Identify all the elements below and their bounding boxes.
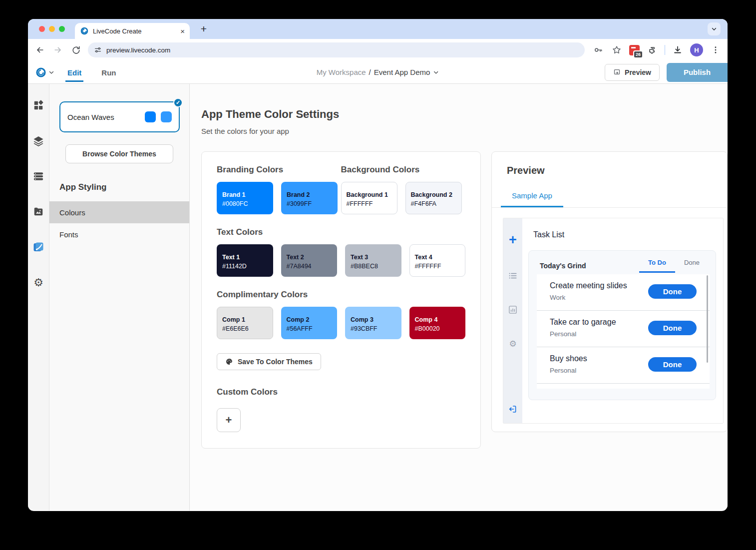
breadcrumb-project[interactable]: Event App Demo — [374, 68, 430, 76]
app-logout-icon[interactable] — [508, 404, 518, 414]
new-tab-button[interactable]: + — [197, 22, 211, 36]
widgets-icon[interactable] — [32, 99, 45, 112]
chevron-down-icon — [48, 69, 54, 75]
color-swatch-text-1[interactable]: Text 1 #11142D — [217, 244, 273, 277]
text-colors-heading: Text Colors — [217, 227, 465, 237]
image-assets-icon[interactable] — [32, 205, 45, 218]
left-icon-rail: ⚙ — [28, 84, 49, 511]
publish-button[interactable]: Publish — [667, 63, 728, 82]
preview-heading: Preview — [507, 165, 727, 176]
task-row: Take car to garage Personal Done — [537, 311, 710, 347]
task-row: Create meeting slides Work Done — [537, 274, 710, 311]
swatch-hex: #3099FF — [287, 200, 332, 207]
livecode-favicon-icon — [80, 26, 89, 35]
custom-colors-heading: Custom Colors — [217, 387, 465, 397]
forward-arrow-icon — [53, 45, 63, 55]
preview-window-icon — [613, 68, 621, 76]
site-settings-icon[interactable] — [94, 46, 102, 54]
tab-run[interactable]: Run — [99, 62, 118, 82]
theme-swatch-1 — [145, 111, 156, 122]
task-done-button[interactable]: Done — [648, 321, 697, 335]
page-title: App Theme Color Settings — [201, 108, 728, 121]
browser-menu-kebab-icon[interactable] — [710, 44, 722, 56]
task-row: Buy shoes Personal Done — [537, 347, 710, 384]
swatch-label: Text 4 — [415, 254, 460, 261]
color-swatch-brand-1[interactable]: Brand 1 #0080FC — [217, 182, 273, 214]
color-swatch-text-2[interactable]: Text 2 #7A8494 — [281, 244, 338, 277]
bookmark-star-icon[interactable] — [611, 44, 623, 56]
browser-tab[interactable]: LiveCode Create × — [75, 23, 190, 39]
swatch-hex: #0080FC — [222, 200, 268, 207]
toolbar-divider — [665, 45, 665, 55]
extensions-puzzle-icon[interactable] — [646, 44, 658, 56]
swatch-label: Comp 2 — [287, 316, 332, 323]
tab-close-icon[interactable]: × — [180, 27, 185, 35]
chevron-down-icon — [433, 69, 439, 75]
data-list-icon[interactable] — [32, 170, 45, 183]
breadcrumb-workspace[interactable]: My Workspace — [317, 68, 366, 76]
app-styling-heading: App Styling — [59, 182, 189, 192]
reload-button[interactable] — [70, 44, 82, 56]
theme-styling-icon-active[interactable] — [32, 241, 45, 254]
back-button[interactable] — [34, 44, 46, 56]
color-swatch-text-3[interactable]: Text 3 #B8BEC8 — [345, 244, 401, 277]
minimize-window-button[interactable] — [49, 26, 55, 32]
panel-item-colours[interactable]: Colours — [49, 201, 189, 223]
color-swatch-text-4[interactable]: Text 4 #FFFFFF — [409, 244, 466, 277]
preview-button[interactable]: Preview — [605, 64, 660, 81]
breadcrumb[interactable]: My Workspace / Event App Demo — [317, 68, 439, 76]
close-window-button[interactable] — [39, 26, 45, 32]
livecode-logo[interactable] — [35, 66, 54, 78]
settings-gear-icon[interactable]: ⚙ — [32, 276, 45, 289]
tab-edit[interactable]: Edit — [65, 62, 83, 82]
theme-card-ocean-waves[interactable]: Ocean Waves ✓ — [59, 101, 180, 132]
task-done-button[interactable]: Done — [648, 284, 697, 299]
swatch-label: Comp 3 — [351, 316, 396, 323]
tab-done[interactable]: Done — [675, 259, 709, 273]
swatch-hex: #56AFFF — [287, 325, 332, 332]
panel-item-fonts[interactable]: Fonts — [49, 223, 189, 245]
color-swatch-background-1[interactable]: Background 1 #FFFFFF — [341, 182, 397, 214]
app-list-icon[interactable] — [508, 271, 518, 281]
maximize-window-button[interactable] — [59, 26, 65, 32]
task-list-scrollbar[interactable] — [707, 275, 708, 363]
address-bar[interactable]: preview.livecode.com — [88, 42, 585, 57]
browser-window: LiveCode Create × + preview.livecode.com — [28, 19, 728, 511]
palette-icon — [225, 358, 233, 366]
color-swatch-brand-2[interactable]: Brand 2 #3099FF — [281, 182, 338, 214]
add-custom-color-button[interactable]: + — [217, 408, 241, 432]
sample-app-sidebar: + ⚙ — [503, 218, 522, 423]
tab-search-chevron-button[interactable] — [708, 22, 721, 35]
color-swatch-comp-2[interactable]: Comp 2 #56AFFF — [281, 307, 338, 339]
extension-icon[interactable]: 26 — [629, 45, 640, 55]
browse-color-themes-button[interactable]: Browse Color Themes — [65, 144, 173, 163]
profile-avatar[interactable]: H — [690, 43, 703, 56]
theme-name: Ocean Waves — [67, 113, 140, 121]
tab-todo[interactable]: To Do — [639, 259, 675, 273]
app-settings-gear-icon[interactable]: ⚙ — [508, 339, 518, 349]
downloads-icon[interactable] — [672, 44, 684, 56]
layers-icon[interactable] — [32, 134, 45, 147]
color-swatch-background-2[interactable]: Background 2 #F4F6FA — [405, 182, 462, 214]
complimentary-colors-heading: Complimentary Colors — [217, 290, 465, 300]
swatch-label: Comp 4 — [415, 316, 460, 323]
branding-colors-heading: Branding Colors — [217, 165, 342, 175]
background-colors-heading: Background Colors — [341, 165, 466, 175]
color-swatch-comp-1[interactable]: Comp 1 #E6E6E6 — [217, 307, 273, 339]
macos-traffic-lights — [39, 26, 65, 32]
password-manager-key-icon[interactable] — [592, 44, 604, 56]
forward-button[interactable] — [52, 44, 64, 56]
save-to-color-themes-button[interactable]: Save To Color Themes — [217, 353, 321, 370]
color-swatch-comp-3[interactable]: Comp 3 #93CBFF — [345, 307, 401, 339]
app-add-task-button[interactable]: + — [509, 233, 517, 247]
swatch-label: Brand 1 — [222, 191, 268, 198]
task-done-button[interactable]: Done — [648, 357, 697, 372]
theme-panel: Ocean Waves ✓ Browse Color Themes App St… — [49, 84, 190, 511]
preview-button-label: Preview — [625, 68, 651, 76]
swatch-label: Text 2 — [287, 254, 332, 261]
url-text[interactable]: preview.livecode.com — [106, 46, 170, 54]
app-chart-icon[interactable] — [508, 305, 518, 315]
tab-sample-app[interactable]: Sample App — [501, 191, 563, 207]
color-swatch-comp-4[interactable]: Comp 4 #B00020 — [409, 307, 466, 339]
swatch-label: Brand 2 — [287, 191, 332, 198]
